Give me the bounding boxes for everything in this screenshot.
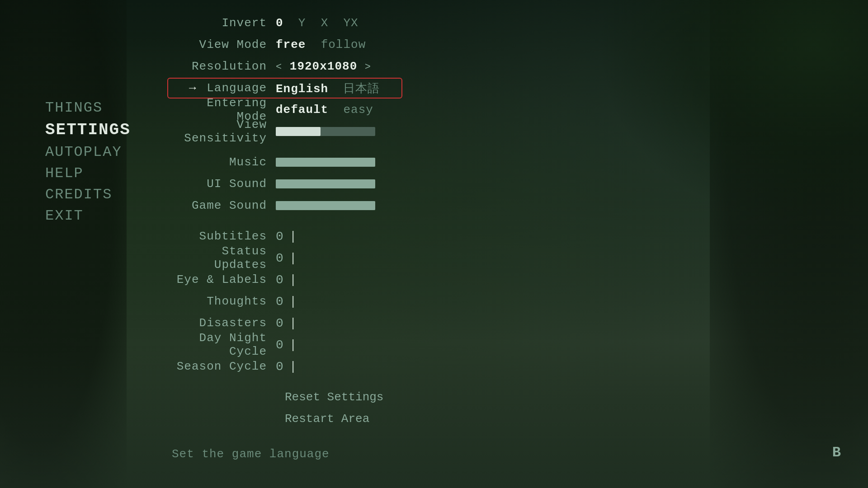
- resolution-chevron-left[interactable]: <: [276, 61, 282, 73]
- view-mode-value[interactable]: free follow: [276, 38, 366, 52]
- status-updates-label: Status Updates: [172, 244, 276, 272]
- resolution-row: Resolution < 868x488 >: [172, 57, 398, 76]
- entering-mode-easy[interactable]: easy: [343, 103, 373, 117]
- thoughts-label: Thoughts: [172, 295, 276, 308]
- language-japanese[interactable]: 日本語: [343, 82, 380, 96]
- season-cycle-pipe[interactable]: |: [289, 360, 297, 374]
- ui-sound-slider-track[interactable]: [276, 179, 375, 188]
- subtitles-row: Subtitles 0 |: [172, 227, 398, 246]
- reset-settings-button[interactable]: Reset Settings: [276, 390, 383, 404]
- disasters-label: Disasters: [172, 316, 276, 330]
- language-value[interactable]: English 日本語: [276, 80, 380, 96]
- sidebar-item-things[interactable]: THINGS: [45, 99, 131, 116]
- view-mode-label: View Mode: [172, 38, 276, 52]
- mist-decoration: [0, 352, 868, 488]
- day-night-value[interactable]: 0 |: [276, 338, 297, 352]
- invert-value[interactable]: 0 Y X YX: [276, 16, 359, 30]
- music-slider-fill: [276, 158, 375, 167]
- entering-mode-current: default: [276, 103, 328, 117]
- season-cycle-row: Season Cycle 0 |: [172, 357, 398, 376]
- settings-panel: Invert 0 Y X YX View Mode free follow Re…: [172, 14, 398, 431]
- ui-sound-slider-fill: [276, 179, 375, 188]
- day-night-pipe[interactable]: |: [289, 338, 297, 352]
- view-mode-row: View Mode free follow: [172, 35, 398, 54]
- eye-labels-label: Eye & Labels: [172, 273, 276, 286]
- sidebar-item-credits[interactable]: CREDITS: [45, 186, 131, 203]
- view-sensitivity-row: View Sensitivity: [172, 122, 398, 141]
- foliage-decoration: [597, 0, 868, 226]
- game-sound-slider-fill: [276, 201, 375, 210]
- invert-row: Invert 0 Y X YX: [172, 14, 398, 33]
- subtitles-value[interactable]: 0 |: [276, 230, 297, 244]
- ui-sound-label: UI Sound: [172, 177, 276, 191]
- season-cycle-zero: 0: [276, 360, 284, 374]
- disasters-zero: 0: [276, 316, 284, 330]
- status-updates-row: Status Updates 0 |: [172, 249, 398, 267]
- thoughts-value[interactable]: 0 |: [276, 295, 297, 309]
- game-sound-label: Game Sound: [172, 199, 276, 212]
- entering-mode-row: Entering Mode default easy: [172, 100, 398, 119]
- restart-area-row[interactable]: Restart Area: [172, 409, 398, 428]
- invert-current: 0: [276, 16, 283, 30]
- music-slider[interactable]: [276, 158, 375, 167]
- eye-labels-row: Eye & Labels 0 |: [172, 270, 398, 289]
- ui-sound-row: UI Sound: [172, 174, 398, 193]
- invert-option-yx[interactable]: YX: [343, 16, 358, 30]
- thoughts-row: Thoughts 0 |: [172, 292, 398, 311]
- music-slider-track[interactable]: [276, 158, 375, 167]
- eye-labels-zero: 0: [276, 273, 284, 287]
- invert-option-y[interactable]: Y: [298, 16, 306, 30]
- disasters-row: Disasters 0 |: [172, 314, 398, 333]
- resolution-current: 868x488: [290, 60, 357, 73]
- reset-settings-row[interactable]: Reset Settings: [172, 388, 398, 407]
- view-mode-current: free: [276, 38, 306, 52]
- sidebar-item-help[interactable]: HELP: [45, 165, 131, 182]
- sidebar-item-autoplay[interactable]: AUTOPLAY: [45, 144, 131, 160]
- disasters-value[interactable]: 0 |: [276, 316, 297, 330]
- thoughts-pipe[interactable]: |: [289, 295, 297, 309]
- language-current: English: [276, 82, 328, 96]
- back-button[interactable]: B: [832, 444, 841, 461]
- eye-labels-pipe[interactable]: |: [289, 273, 297, 287]
- language-label: → Language: [172, 81, 276, 95]
- invert-option-x[interactable]: X: [321, 16, 329, 30]
- ui-sound-slider[interactable]: [276, 179, 375, 188]
- language-label-text: Language: [207, 81, 267, 95]
- music-label: Music: [172, 155, 276, 169]
- game-sound-slider-track[interactable]: [276, 201, 375, 210]
- subtitles-pipe[interactable]: |: [289, 230, 297, 244]
- game-sound-row: Game Sound: [172, 196, 398, 215]
- language-row[interactable]: → Language English 日本語: [172, 79, 398, 98]
- view-sensitivity-slider[interactable]: [276, 127, 375, 136]
- subtitles-zero: 0: [276, 230, 284, 244]
- view-sensitivity-label: View Sensitivity: [172, 118, 276, 145]
- music-row: Music: [172, 153, 398, 172]
- view-mode-follow[interactable]: follow: [321, 38, 366, 52]
- language-arrow: →: [189, 81, 197, 95]
- status-updates-pipe[interactable]: |: [289, 251, 297, 265]
- day-night-row: Day Night Cycle 0 |: [172, 335, 398, 354]
- sidebar-item-exit[interactable]: EXIT: [45, 207, 131, 224]
- subtitles-label: Subtitles: [172, 230, 276, 243]
- thoughts-zero: 0: [276, 295, 284, 309]
- sensitivity-slider-track[interactable]: [276, 127, 375, 136]
- eye-labels-value[interactable]: 0 |: [276, 273, 297, 287]
- season-cycle-value[interactable]: 0 |: [276, 360, 297, 374]
- resolution-chevron-right[interactable]: >: [365, 61, 371, 73]
- resolution-label: Resolution: [172, 60, 276, 73]
- disasters-pipe[interactable]: |: [289, 316, 297, 330]
- sidebar-item-settings[interactable]: SETTINGS: [45, 121, 131, 139]
- entering-mode-value[interactable]: default easy: [276, 103, 373, 117]
- day-night-zero: 0: [276, 338, 284, 352]
- game-sound-slider[interactable]: [276, 201, 375, 210]
- footer-hint: Set the game language: [172, 447, 330, 461]
- sensitivity-slider-fill: [276, 127, 321, 136]
- resolution-value[interactable]: < 868x488 >: [276, 60, 371, 73]
- status-updates-value[interactable]: 0 |: [276, 251, 297, 265]
- status-updates-zero: 0: [276, 251, 284, 265]
- sidebar-nav: THINGS SETTINGS AUTOPLAY HELP CREDITS EX…: [45, 99, 131, 224]
- day-night-label: Day Night Cycle: [172, 331, 276, 358]
- invert-label: Invert: [172, 16, 276, 30]
- season-cycle-label: Season Cycle: [172, 360, 276, 373]
- restart-area-button[interactable]: Restart Area: [276, 412, 369, 426]
